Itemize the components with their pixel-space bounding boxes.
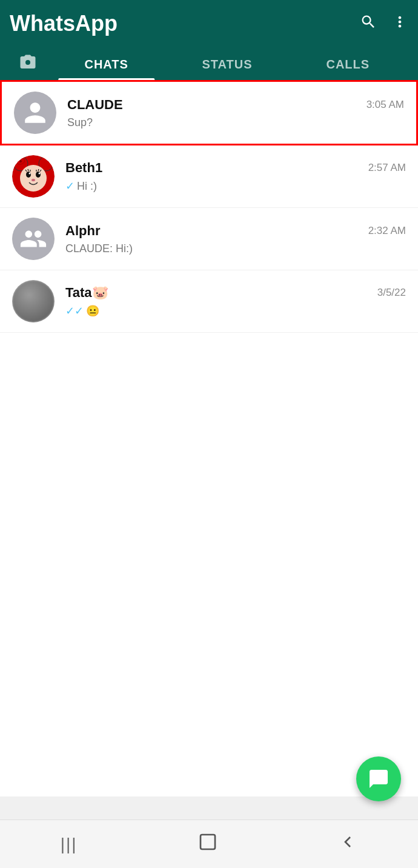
avatar-claude [14,92,56,134]
header-top: WhatsApp [10,0,408,42]
tabs-bar: CHATS STATUS CALLS [10,42,408,80]
app-title: WhatsApp [10,11,118,36]
chat-preview-tata: ✓✓ 😐 [65,304,406,318]
chat-time-tata: 3/5/22 [377,287,406,299]
chat-item-alphr[interactable]: Alphr 2:32 AM CLAUDE: Hi:) [0,208,418,270]
chat-time-claude: 3:05 AM [367,99,404,111]
chat-content-alphr: Alphr 2:32 AM CLAUDE: Hi:) [65,223,406,255]
tab-chats[interactable]: CHATS [46,49,167,80]
chat-time-beth1: 2:57 AM [368,162,406,174]
svg-point-8 [29,173,31,175]
avatar-beth1 [12,155,55,198]
chat-item-tata[interactable]: Tata🐷 3/5/22 ✓✓ 😐 [0,270,418,333]
chat-name-claude: CLAUDE [67,97,123,113]
tab-calls[interactable]: CALLS [288,49,408,80]
default-avatar-icon [14,92,56,134]
double-check-icon: ✓✓ [65,304,84,318]
svg-point-7 [36,172,41,178]
more-options-icon[interactable] [391,13,408,35]
chat-item-claude[interactable]: CLAUDE 3:05 AM Sup? [0,80,418,145]
nav-home-icon[interactable] [198,832,217,856]
chat-list: CLAUDE 3:05 AM Sup? [0,80,418,796]
chat-preview-text-alphr: CLAUDE: Hi:) [65,242,133,255]
minnie-avatar-svg [12,155,55,198]
chat-preview-text-tata: 😐 [86,304,99,318]
new-chat-fab[interactable] [356,756,401,801]
svg-point-9 [39,173,41,175]
chat-content-claude: CLAUDE 3:05 AM Sup? [67,97,404,129]
chat-name-beth1: Beth1 [65,160,102,176]
svg-point-5 [20,165,47,192]
blurred-avatar [12,280,55,322]
chat-name-tata: Tata🐷 [65,285,108,301]
header-actions [360,13,408,35]
svg-rect-19 [201,835,215,849]
chat-header-row-alphr: Alphr 2:32 AM [65,223,406,239]
group-avatar-icon [12,218,55,260]
search-icon[interactable] [360,13,377,35]
avatar-tata [12,280,55,322]
tab-status[interactable]: STATUS [167,49,287,80]
chat-content-beth1: Beth1 2:57 AM ✓ Hi :) [65,160,406,193]
chat-content-tata: Tata🐷 3/5/22 ✓✓ 😐 [65,285,406,318]
chat-preview-alphr: CLAUDE: Hi:) [65,242,406,255]
chat-preview-claude: Sup? [67,116,404,129]
chat-preview-text-claude: Sup? [67,116,93,129]
svg-point-6 [26,172,31,178]
chat-header-row-beth1: Beth1 2:57 AM [65,160,406,176]
chat-header-row-tata: Tata🐷 3/5/22 [65,285,406,301]
chat-preview-text-beth1: Hi :) [77,180,97,193]
avatar-alphr [12,218,55,260]
chat-item-beth1[interactable]: Beth1 2:57 AM ✓ Hi :) [0,145,418,208]
header: WhatsApp CHATS STATUS CALLS [0,0,418,80]
bottom-navigation: ||| [0,820,418,868]
chat-header-row-claude: CLAUDE 3:05 AM [67,97,404,113]
single-check-icon: ✓ [65,179,75,193]
nav-menu-icon[interactable]: ||| [61,835,78,854]
svg-point-10 [32,179,35,181]
chat-preview-beth1: ✓ Hi :) [65,179,406,193]
chat-name-alphr: Alphr [65,223,100,239]
nav-back-icon[interactable] [338,832,357,856]
tab-camera[interactable] [10,45,46,80]
chat-time-alphr: 2:32 AM [368,225,406,237]
